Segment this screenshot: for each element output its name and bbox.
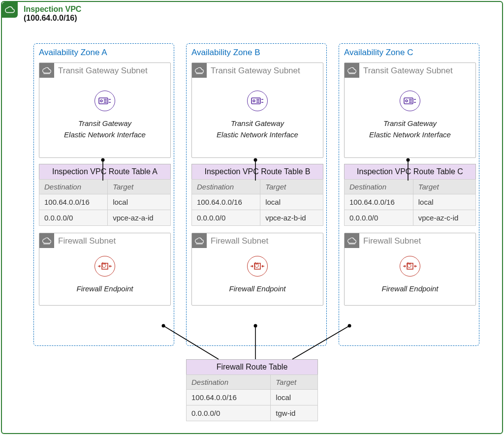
rt-col-dest: Destination xyxy=(192,180,260,194)
firewall-subnet: Firewall Subnet Firewall Endpoint xyxy=(344,233,476,306)
route-row: 0.0.0.0/0 vpce-az-b-id xyxy=(192,210,323,226)
firewall-subnet: Firewall Subnet Firewall Endpoint xyxy=(191,233,323,306)
route-row: 100.64.0.0/16 local xyxy=(39,194,171,210)
az-rt-title: Inspection VPC Route Table C xyxy=(344,164,476,179)
availability-zone: Availability Zone A Transit Gateway Subn… xyxy=(33,43,174,346)
availability-zone: Availability Zone C Transit Gateway Subn… xyxy=(339,43,479,346)
fw-subnet-title: Firewall Subnet xyxy=(58,236,116,246)
route-row: 100.64.0.0/16 local xyxy=(192,194,323,210)
fw-subnet-title: Firewall Subnet xyxy=(363,236,421,246)
vpc-title: Inspection VPC xyxy=(24,5,81,14)
tgw-subnet-title: Transit Gateway Subnet xyxy=(363,66,453,76)
inspection-vpc-container: Inspection VPC (100.64.0.0/16) Availabil… xyxy=(1,1,503,434)
transit-gateway-eni-icon xyxy=(94,91,115,111)
az-route-table: Inspection VPC Route Table A Destination… xyxy=(39,164,171,226)
availability-zone: Availability Zone B Transit Gateway Subn… xyxy=(186,43,327,346)
rt-col-target: Target xyxy=(108,180,171,194)
route-target: local xyxy=(108,194,171,210)
firewall-endpoint-icon xyxy=(94,256,115,277)
az-title: Availability Zone C xyxy=(344,48,474,58)
route-dest: 0.0.0.0/0 xyxy=(187,405,271,421)
tgw-subnet-title: Transit Gateway Subnet xyxy=(58,66,148,76)
firewall-route-table: Firewall Route Table Destination Target … xyxy=(186,359,318,421)
route-target: tgw-id xyxy=(271,405,318,421)
transit-gateway-subnet: Transit Gateway Subnet Transit GatewayEl… xyxy=(191,62,323,158)
route-dest: 100.64.0.0/16 xyxy=(39,194,108,210)
route-dest: 100.64.0.0/16 xyxy=(187,390,271,405)
rt-col-target: Target xyxy=(271,375,318,390)
tgw-caption: Transit GatewayElastic Network Interface xyxy=(192,118,323,140)
rt-col-dest: Destination xyxy=(39,180,108,194)
rt-col-target: Target xyxy=(413,180,475,194)
tgw-caption: Transit GatewayElastic Network Interface xyxy=(39,118,170,140)
route-target: vpce-az-b-id xyxy=(260,210,323,226)
vpc-cidr: (100.64.0.0/16) xyxy=(24,14,81,23)
subnet-icon xyxy=(39,233,54,248)
az-rt-title: Inspection VPC Route Table A xyxy=(39,164,171,179)
fw-subnet-title: Firewall Subnet xyxy=(211,236,268,246)
route-target: vpce-az-c-id xyxy=(413,210,475,226)
firewall-subnet: Firewall Subnet Firewall Endpoint xyxy=(39,233,171,306)
tgw-subnet-title: Transit Gateway Subnet xyxy=(211,66,300,76)
route-row: 0.0.0.0/0 vpce-az-c-id xyxy=(345,210,476,226)
rt-col-dest: Destination xyxy=(345,180,413,194)
transit-gateway-eni-icon xyxy=(247,91,268,111)
svg-point-4 xyxy=(253,100,255,102)
route-dest: 0.0.0.0/0 xyxy=(345,210,413,226)
svg-point-7 xyxy=(406,100,408,102)
tgw-caption: Transit GatewayElastic Network Interface xyxy=(345,118,475,140)
az-rt-title: Inspection VPC Route Table B xyxy=(191,164,323,179)
az-route-table: Inspection VPC Route Table B Destination… xyxy=(191,164,323,226)
rt-col-target: Target xyxy=(260,180,323,194)
az-route-table: Inspection VPC Route Table C Destination… xyxy=(344,164,476,226)
subnet-icon xyxy=(192,63,207,78)
subnet-icon xyxy=(345,63,359,78)
svg-point-1 xyxy=(100,100,102,102)
rt-col-dest: Destination xyxy=(187,375,271,390)
firewall-endpoint-icon xyxy=(400,256,420,277)
fw-caption: Firewall Endpoint xyxy=(192,284,323,293)
firewall-endpoint-icon xyxy=(247,256,268,277)
route-target: local xyxy=(271,390,318,405)
fw-caption: Firewall Endpoint xyxy=(345,284,475,293)
subnet-icon xyxy=(192,233,207,248)
route-row: 100.64.0.0/16 local xyxy=(345,194,476,210)
firewall-rt-title: Firewall Route Table xyxy=(186,359,318,374)
route-target: vpce-az-a-id xyxy=(108,210,171,226)
transit-gateway-subnet: Transit Gateway Subnet Transit GatewayEl… xyxy=(39,62,171,158)
az-title: Availability Zone B xyxy=(191,48,321,58)
route-target: local xyxy=(413,194,475,210)
route-dest: 100.64.0.0/16 xyxy=(345,194,413,210)
route-row: 0.0.0.0/0 vpce-az-a-id xyxy=(39,210,171,226)
vpc-header: Inspection VPC (100.64.0.0/16) xyxy=(24,5,81,23)
cloud-icon xyxy=(2,2,18,18)
transit-gateway-eni-icon xyxy=(400,91,420,111)
route-dest: 100.64.0.0/16 xyxy=(192,194,260,210)
az-title: Availability Zone A xyxy=(39,48,169,58)
transit-gateway-subnet: Transit Gateway Subnet Transit GatewayEl… xyxy=(344,62,476,158)
subnet-icon xyxy=(345,233,359,248)
route-row: 100.64.0.0/16 local xyxy=(187,390,318,405)
route-row: 0.0.0.0/0 tgw-id xyxy=(187,405,318,421)
fw-caption: Firewall Endpoint xyxy=(39,284,170,293)
route-dest: 0.0.0.0/0 xyxy=(39,210,108,226)
route-target: local xyxy=(260,194,323,210)
route-dest: 0.0.0.0/0 xyxy=(192,210,260,226)
subnet-icon xyxy=(39,63,54,78)
